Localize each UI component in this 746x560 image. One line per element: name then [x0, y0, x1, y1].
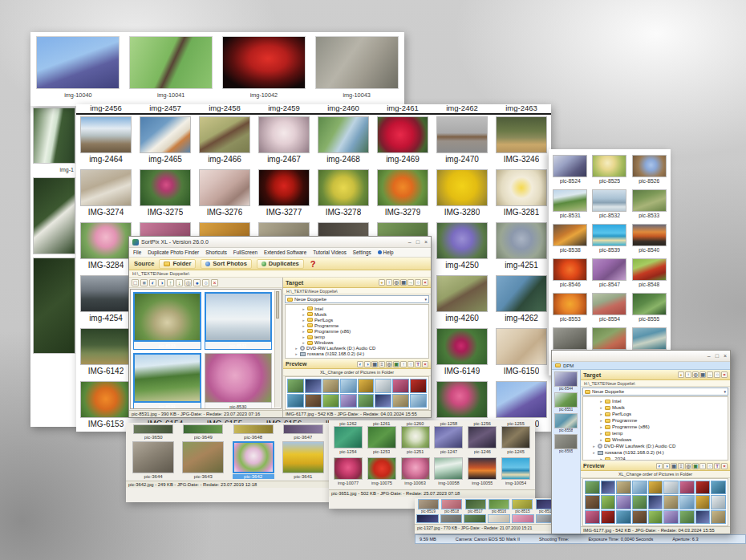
- tab-duplicates[interactable]: Duplicates: [257, 259, 304, 269]
- photo-cell[interactable]: pic-8555: [630, 293, 669, 327]
- photo-thumbnail[interactable]: [410, 379, 427, 393]
- photo-cell[interactable]: img-2470: [432, 115, 492, 168]
- photo-thumbnail[interactable]: [80, 169, 132, 206]
- photo-cell[interactable]: pic-8547: [590, 258, 629, 293]
- photo-thumbnail[interactable]: [553, 224, 587, 246]
- photo-thumbnail[interactable]: [488, 514, 510, 523]
- photo-thumbnail[interactable]: [305, 394, 322, 408]
- photo-thumbnail[interactable]: [340, 379, 357, 393]
- photo-thumbnail[interactable]: [592, 155, 626, 177]
- minimize-button[interactable]: –: [707, 353, 711, 359]
- photo-thumbnail[interactable]: [632, 327, 667, 350]
- photo-thumbnail[interactable]: [679, 481, 695, 494]
- photo-cell[interactable]: pic-3649: [178, 424, 228, 441]
- tree-item[interactable]: ▸DVD-RW Laufwerk (D:) Audio CD: [583, 443, 728, 449]
- photo-thumbnail[interactable]: [283, 424, 323, 434]
- photo-thumbnail[interactable]: [392, 379, 409, 393]
- photo-cell[interactable]: img-2466: [195, 115, 254, 168]
- photo-thumbnail[interactable]: [695, 510, 711, 524]
- menu-item-help[interactable]: Help: [378, 250, 394, 255]
- photo-thumbnail[interactable]: [182, 441, 224, 473]
- photo-thumbnail[interactable]: [367, 426, 396, 448]
- photo-cell[interactable]: img-2464: [76, 115, 136, 168]
- photo-cell[interactable]: pic-8539: [590, 224, 629, 258]
- photo-thumbnail[interactable]: [585, 510, 600, 524]
- photo-thumbnail[interactable]: [80, 328, 132, 365]
- photo-thumbnail[interactable]: [375, 394, 391, 408]
- target-folder-combo[interactable]: Neue Doppelte▾: [285, 295, 429, 303]
- photo-thumbnail[interactable]: [601, 495, 616, 509]
- photo-cell[interactable]: img-10043: [314, 36, 399, 99]
- tree-item[interactable]: ▸Programme: [583, 417, 728, 424]
- photo-cell[interactable]: pic-8565: [553, 434, 578, 453]
- photo-thumbnail[interactable]: [585, 495, 600, 509]
- photo-cell[interactable]: IMG-3279: [373, 168, 432, 221]
- rotate-left-icon[interactable]: ◐: [357, 361, 363, 367]
- photo-thumbnail[interactable]: [464, 514, 486, 523]
- photo-cell[interactable]: pic-8533: [630, 189, 669, 224]
- photo-cell[interactable]: IMG-3281: [492, 168, 551, 221]
- photo-thumbnail[interactable]: [315, 36, 399, 89]
- photo-cell[interactable]: img-2468: [314, 115, 373, 168]
- photo-cell[interactable]: img-10054: [499, 457, 533, 489]
- photo-cell[interactable]: img-10075: [365, 457, 399, 489]
- text-icon[interactable]: T: [415, 361, 421, 367]
- photo-thumbnail[interactable]: [496, 275, 547, 312]
- rotate-left-icon[interactable]: ◐: [149, 279, 156, 286]
- photo-thumbnail[interactable]: [436, 222, 488, 259]
- photo-thumbnail[interactable]: [436, 381, 488, 418]
- photo-thumbnail[interactable]: [648, 510, 663, 524]
- photo-cell[interactable]: img-4250: [432, 221, 492, 274]
- photo-thumbnail[interactable]: [616, 510, 631, 524]
- rotate-right-icon[interactable]: ◑: [158, 279, 165, 286]
- photo-cell[interactable]: pic-3650: [128, 424, 178, 441]
- photo-thumbnail[interactable]: [648, 495, 663, 509]
- photo-thumbnail[interactable]: [318, 116, 369, 153]
- photo-thumbnail[interactable]: [36, 36, 120, 89]
- photo-thumbnail[interactable]: [80, 381, 132, 418]
- tree-item[interactable]: ▸_2024: [286, 357, 428, 359]
- photo-cell[interactable]: IMG-6150: [492, 327, 551, 379]
- photo-thumbnail[interactable]: [80, 222, 132, 259]
- photo-cell[interactable]: pic-8554: [590, 293, 629, 327]
- photo-thumbnail[interactable]: [322, 379, 339, 393]
- photo-cell[interactable]: pic-8517: [464, 499, 487, 513]
- photo-cell[interactable]: pic-1247: [432, 426, 465, 457]
- photo-thumbnail[interactable]: [140, 169, 191, 206]
- photo-thumbnail[interactable]: [392, 394, 409, 408]
- photo-cell[interactable]: pic-8538: [550, 224, 590, 258]
- photo-thumbnail[interactable]: [305, 379, 322, 393]
- tree-item[interactable]: ▸_2024: [583, 456, 728, 461]
- photo-thumbnail[interactable]: [199, 169, 250, 206]
- photo-thumbnail[interactable]: [648, 481, 663, 494]
- photo-thumbnail[interactable]: [592, 327, 626, 350]
- photo-cell[interactable]: pic-8546: [550, 258, 590, 293]
- tree-item[interactable]: ▸PerfLogs: [583, 411, 728, 417]
- photo-thumbnail[interactable]: [436, 169, 488, 206]
- photo-thumbnail[interactable]: [465, 499, 486, 509]
- refresh-icon[interactable]: ○: [407, 361, 414, 367]
- photo-thumbnail[interactable]: [436, 275, 488, 312]
- tab-folder[interactable]: Folder: [159, 259, 196, 269]
- photo-cell[interactable]: pic-8531: [133, 353, 201, 409]
- photo-cell[interactable]: img-10040: [35, 36, 121, 99]
- photo-thumbnail[interactable]: [287, 394, 304, 408]
- photo-thumbnail[interactable]: [33, 177, 75, 254]
- photo-cell[interactable]: pic-3641: [278, 441, 328, 479]
- photo-thumbnail[interactable]: [632, 155, 667, 177]
- photo-thumbnail[interactable]: [592, 258, 626, 281]
- photo-thumbnail[interactable]: [632, 189, 667, 212]
- tree-item[interactable]: ▸Musik: [583, 404, 728, 411]
- photo-thumbnail[interactable]: [585, 481, 600, 494]
- photo-thumbnail[interactable]: [711, 510, 726, 524]
- photo-thumbnail[interactable]: [183, 424, 223, 434]
- photo-cell[interactable]: pic-8548: [630, 258, 669, 293]
- photo-cell[interactable]: IMG-6149: [432, 327, 492, 379]
- photo-thumbnail[interactable]: [468, 426, 497, 448]
- photo-cell[interactable]: pic-8532: [205, 292, 273, 350]
- tree-item[interactable]: ▸Programme (x86): [583, 424, 728, 430]
- export-icon[interactable]: →: [707, 371, 713, 378]
- photo-thumbnail[interactable]: [632, 224, 667, 246]
- photo-thumbnail[interactable]: [410, 394, 427, 408]
- photo-cell[interactable]: pic-8525: [590, 155, 629, 189]
